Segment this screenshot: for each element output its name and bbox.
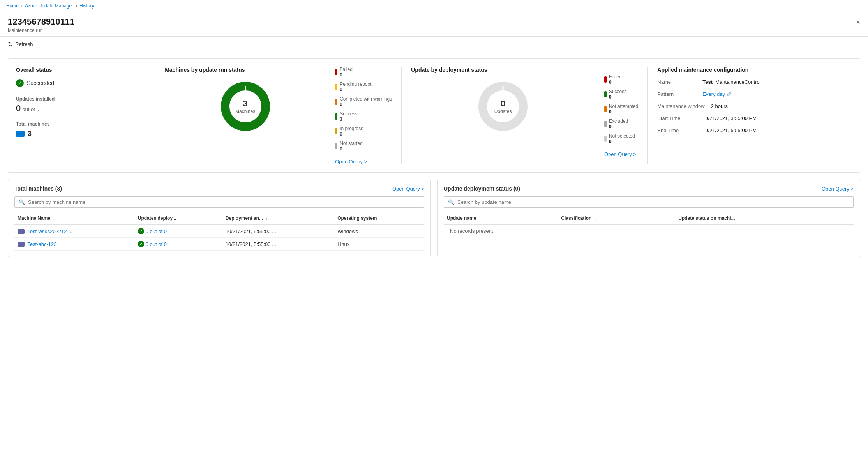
- updates-table-panel: Update deployment status (0) Open Query …: [437, 179, 860, 257]
- legend-success: Success3: [335, 111, 392, 122]
- machines-table-panel: Total machines (3) Open Query > 🔍 Machin…: [8, 179, 431, 257]
- dep-legend-not-selected: Not selected0: [604, 133, 638, 144]
- table-row: Test-wsus202212 ... ✓ 0 out of 0 10/21/2…: [14, 225, 424, 238]
- sort-icon-classification[interactable]: ↑↓: [592, 216, 596, 221]
- machines-chart-title: Machines by update run status: [165, 67, 326, 73]
- donut-wrapper: 3 Machines: [218, 79, 273, 134]
- machine-name-cell-2: Test-abc-123: [14, 238, 135, 251]
- os-cell-2: Linux: [334, 238, 424, 251]
- total-machines-metric: Total machines 3: [16, 121, 146, 138]
- breadcrumb: Home › Azure Update Manager › History: [0, 0, 868, 12]
- bottom-panels: Total machines (3) Open Query > 🔍 Machin…: [8, 179, 860, 257]
- success-circle-2: ✓: [138, 241, 144, 247]
- panel-title: 12345678910111: [8, 17, 860, 27]
- legend-label-success: Success3: [340, 111, 357, 122]
- success-circle-1: ✓: [138, 228, 144, 234]
- deployment-chart-section: Update by deployment status 0 Updates: [402, 67, 648, 164]
- machines-legend: Failed0 Pending reboot0 Completed with w…: [335, 67, 392, 164]
- machines-table-header: Total machines (3) Open Query >: [14, 186, 424, 192]
- overall-status-title: Overall status: [16, 67, 146, 73]
- updates-installed-suffix: out of 0: [22, 106, 39, 112]
- dep-legend-bar-notselected: [604, 136, 607, 142]
- maintenance-config-section: Applied maintenance configuration Name T…: [648, 67, 852, 164]
- close-button[interactable]: ×: [856, 18, 860, 27]
- dep-legend-failed: Failed0: [604, 74, 638, 85]
- deployment-end-cell-1: 10/21/2021, 5:55:00 ...: [222, 225, 334, 238]
- breadcrumb-home[interactable]: Home: [6, 3, 19, 9]
- refresh-button[interactable]: ↻ Refresh: [8, 41, 33, 48]
- deployment-legend: Failed0 Success0 Not attempted0 Excluded…: [604, 67, 638, 164]
- success-icon: ✓: [16, 79, 24, 87]
- updates-installed-metric: Updates installed 0 out of 0: [16, 96, 146, 113]
- maintenance-endtime-key: End Time: [657, 127, 696, 133]
- machines-donut-chart: 3 Machines: [165, 79, 326, 134]
- sort-icon-update-name[interactable]: ↑↓: [477, 216, 481, 221]
- sort-icon-deployment-end[interactable]: ↑↓: [264, 216, 268, 221]
- success-badge-2: ✓ 0 out of 0: [138, 241, 219, 247]
- machines-open-query[interactable]: Open Query >: [335, 159, 392, 164]
- updates-link-1[interactable]: 0 out of 0: [146, 228, 167, 234]
- update-search-icon: 🔍: [448, 199, 454, 205]
- maintenance-starttime-value: 10/21/2021, 3:55:00 PM: [702, 115, 757, 121]
- status-label: Succeeded: [27, 80, 54, 86]
- updates-link-2[interactable]: 0 out of 0: [146, 241, 167, 247]
- update-search-box[interactable]: 🔍: [444, 196, 854, 208]
- update-search-input[interactable]: [457, 199, 849, 205]
- col-deployment-end: Deployment en...↑↓: [222, 212, 334, 225]
- maintenance-window-key: Maintenance window: [657, 103, 704, 109]
- machines-table-open-query[interactable]: Open Query >: [392, 186, 424, 192]
- machine-name-link-1[interactable]: Test-wsus202212 ...: [27, 228, 72, 234]
- dep-legend-label-notattempted: Not attempted0: [609, 104, 638, 115]
- maintenance-name-value: MantainanceControl: [715, 79, 760, 85]
- maintenance-config-title: Applied maintenance configuration: [657, 67, 852, 73]
- total-machines-label: Total machines: [16, 121, 146, 127]
- machines-chart-section: Machines by update run status 3: [155, 67, 402, 164]
- main-panel: Home › Azure Update Manager › History 12…: [0, 0, 868, 472]
- updates-deploy-cell-1: ✓ 0 out of 0: [135, 225, 222, 238]
- deployment-donut-label: Updates: [494, 109, 512, 114]
- machine-name-link-2[interactable]: Test-abc-123: [27, 241, 56, 247]
- updates-table-title: Update deployment status (0): [444, 186, 520, 192]
- dep-legend-label-notselected: Not selected0: [609, 133, 635, 144]
- legend-bar-failed: [335, 69, 337, 75]
- machine-search-input[interactable]: [28, 199, 420, 205]
- updates-deploy-cell-2: ✓ 0 out of 0: [135, 238, 222, 251]
- dep-legend-excluded: Excluded0: [604, 118, 638, 129]
- machines-table-title: Total machines (3): [14, 186, 62, 192]
- updates-installed-label: Updates installed: [16, 96, 146, 102]
- machine-search-icon: 🔍: [19, 199, 25, 205]
- machine-name-cell: Test-wsus202212 ...: [14, 225, 135, 238]
- deployment-donut-wrapper: 0 Updates: [476, 79, 530, 134]
- legend-completed-warnings: Completed with warnings0: [335, 96, 392, 107]
- refresh-icon: ↻: [8, 41, 13, 48]
- updates-table-open-query[interactable]: Open Query >: [822, 186, 854, 192]
- machine-search-box[interactable]: 🔍: [14, 196, 424, 208]
- dep-legend-label-excluded: Excluded0: [609, 118, 628, 129]
- panel-header: 12345678910111 Maintenance run ×: [0, 12, 868, 37]
- col-updates-deploy: Updates deploy...: [135, 212, 222, 225]
- maintenance-pattern-value: Every day: [702, 91, 725, 97]
- legend-pending-reboot: Pending reboot0: [335, 81, 392, 92]
- col-update-name: Update name↑↓: [444, 212, 558, 225]
- breadcrumb-azure-update-manager[interactable]: Azure Update Manager: [25, 3, 73, 9]
- overall-status-section: Overall status ✓ Succeeded Updates insta…: [16, 67, 155, 164]
- total-machines-row: 3: [16, 130, 146, 138]
- maintenance-name-val: Test MantainanceControl: [702, 79, 760, 85]
- deployment-open-query[interactable]: Open Query >: [604, 151, 638, 157]
- maintenance-window-value: 2 hours: [711, 103, 728, 109]
- dep-legend-success: Success0: [604, 89, 638, 100]
- col-update-status: Update status on machi...: [675, 212, 854, 225]
- sort-icon-machine-name[interactable]: ↑↓: [51, 216, 55, 221]
- updates-table: Update name↑↓ Classification↑↓ Update st…: [444, 212, 854, 237]
- updates-installed-value: 0: [16, 103, 21, 113]
- dep-legend-bar-notattempted: [604, 106, 607, 112]
- maintenance-pattern-link[interactable]: Every day 🔗: [702, 91, 731, 97]
- content-area: Overall status ✓ Succeeded Updates insta…: [0, 52, 868, 263]
- status-row: ✓ Succeeded: [16, 79, 146, 87]
- deployment-donut-chart: 0 Updates: [411, 79, 595, 134]
- deployment-donut-center-text: 0 Updates: [494, 99, 512, 114]
- breadcrumb-history[interactable]: History: [79, 3, 94, 9]
- maintenance-starttime-row: Start Time 10/21/2021, 3:55:00 PM: [657, 115, 852, 121]
- toolbar: ↻ Refresh: [0, 37, 868, 52]
- legend-label-notstarted: Not started0: [340, 141, 363, 152]
